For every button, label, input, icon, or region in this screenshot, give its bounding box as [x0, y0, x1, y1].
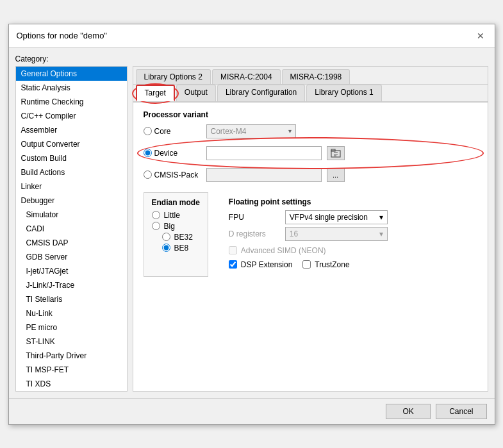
dsp-checkbox[interactable]: [229, 260, 237, 269]
tab-output[interactable]: Output: [176, 85, 216, 101]
endian-title: Endian mode: [152, 198, 200, 207]
sidebar-item-general-options[interactable]: General Options: [16, 67, 127, 81]
sidebar-item-i-jet[interactable]: I-jet/JTAGjet: [16, 264, 127, 278]
cmsis-radio[interactable]: [144, 170, 152, 179]
core-select[interactable]: Cortex-M4 ▾: [206, 124, 296, 138]
dialog-title: Options for node "demo": [17, 31, 107, 40]
processor-title: Processor variant: [144, 110, 477, 119]
tabs-row2: Target Output Library Configuration Libr…: [133, 85, 488, 103]
core-value: Cortex-M4: [211, 127, 247, 136]
sidebar-item-output-converter[interactable]: Output Converter: [16, 137, 127, 151]
d-registers-value: 16: [290, 229, 298, 238]
endian-little-row: Little: [152, 211, 200, 220]
content-area: General OptionsStatic AnalysisRuntime Ch…: [15, 66, 488, 392]
sidebar-item-cpp-compiler[interactable]: C/C++ Compiler: [16, 109, 127, 123]
cmsis-row: CMSIS-Pack None ...: [144, 168, 477, 182]
sidebar-item-gdb-server[interactable]: GDB Server: [16, 250, 127, 264]
sidebar-item-nu-link[interactable]: Nu-Link: [16, 306, 127, 320]
sidebar-item-st-link[interactable]: ST-LINK: [16, 335, 127, 349]
trustzone-checkbox[interactable]: [302, 260, 311, 269]
sidebar-item-static-analysis[interactable]: Static Analysis: [16, 81, 127, 95]
tab-misra-2004[interactable]: MISRA-C:2004: [212, 69, 281, 84]
device-browse-button[interactable]: [327, 146, 345, 160]
fpu-row: FPU VFPv4 single precision ▾: [229, 210, 470, 224]
sidebar-item-linker[interactable]: Linker: [16, 179, 127, 194]
ok-button[interactable]: OK: [386, 404, 431, 419]
d-registers-label: D registers: [229, 229, 280, 238]
sidebar: General OptionsStatic AnalysisRuntime Ch…: [15, 66, 128, 392]
device-row: Device ST STM32F407VG: [144, 142, 477, 164]
device-input[interactable]: ST STM32F407VG: [206, 146, 322, 160]
endian-be32-radio[interactable]: [162, 233, 170, 241]
endian-be8-row: BE8: [152, 244, 200, 253]
d-registers-row: D registers 16 ▾: [229, 227, 470, 241]
d-registers-arrow: ▾: [379, 229, 383, 238]
options-dialog: Options for node "demo" ✕ Category: Gene…: [8, 24, 495, 425]
core-radio[interactable]: [144, 127, 152, 135]
d-registers-select[interactable]: 16 ▾: [285, 227, 388, 241]
endian-big-row: Big: [152, 222, 200, 231]
sidebar-item-j-link[interactable]: J-Link/J-Trace: [16, 278, 127, 292]
device-radio-label: Device: [144, 149, 201, 158]
core-row: Core Cortex-M4 ▾: [144, 124, 477, 138]
tab-misra-1998[interactable]: MISRA-C:1998: [282, 69, 350, 84]
advanced-simd-checkbox[interactable]: [229, 246, 237, 254]
tab-target[interactable]: Target: [136, 85, 175, 101]
sidebar-item-runtime-checking[interactable]: Runtime Checking: [16, 95, 127, 109]
sidebar-item-assembler[interactable]: Assembler: [16, 123, 127, 137]
tab-lib-config[interactable]: Library Configuration: [217, 85, 305, 101]
trustzone-label: TrustZone: [315, 260, 349, 269]
dsp-trustzone-row: DSP Extension TrustZone: [229, 258, 470, 272]
browse-icon: [331, 149, 341, 158]
fpu-select-arrow: ▾: [379, 213, 383, 222]
panel-content: Processor variant Core Cortex-M4 ▾: [133, 103, 488, 391]
endian-big-radio[interactable]: [152, 222, 160, 230]
sidebar-item-debugger[interactable]: Debugger: [16, 194, 127, 208]
core-label: Core: [154, 127, 171, 136]
endian-be8-radio[interactable]: [162, 244, 170, 252]
endian-be8-label: BE8: [174, 244, 189, 253]
bottom-section: Endian mode Little Big BE3: [144, 192, 477, 277]
sidebar-item-ti-msp-fet[interactable]: TI MSP-FET: [16, 363, 127, 377]
endian-little-radio[interactable]: [152, 211, 160, 219]
category-label: Category:: [15, 54, 488, 63]
endian-big-label: Big: [164, 222, 175, 231]
sidebar-item-third-party[interactable]: Third-Party Driver: [16, 349, 127, 363]
sidebar-item-cmsis-dap[interactable]: CMSIS DAP: [16, 236, 127, 250]
sidebar-item-cadi[interactable]: CADI: [16, 222, 127, 236]
fpu-value: VFPv4 single precision: [290, 213, 368, 222]
sidebar-item-pe-micro[interactable]: PE micro: [16, 320, 127, 335]
sidebar-item-ti-xds[interactable]: TI XDS: [16, 377, 127, 391]
sidebar-item-custom-build[interactable]: Custom Build: [16, 151, 127, 165]
endian-be32-label: BE32: [174, 233, 193, 242]
advanced-simd-label: Advanced SIMD (NEON): [241, 246, 326, 255]
cancel-button[interactable]: Cancel: [436, 404, 486, 419]
cmsis-browse-button[interactable]: ...: [327, 168, 345, 182]
processor-section: Processor variant Core Cortex-M4 ▾: [144, 110, 477, 182]
device-radio[interactable]: [144, 149, 152, 157]
tabs-row1: Library Options 2 MISRA-C:2004 MISRA-C:1…: [133, 67, 488, 85]
core-radio-label: Core: [144, 127, 201, 136]
tab-target-wrap: Target: [136, 85, 175, 101]
trustzone-row: TrustZone: [302, 260, 349, 269]
sidebar-item-ti-stellaris[interactable]: TI Stellaris: [16, 292, 127, 306]
fpu-select[interactable]: VFPv4 single precision ▾: [285, 210, 388, 224]
device-label: Device: [154, 149, 178, 158]
cmsis-radio-label: CMSIS-Pack: [144, 170, 201, 179]
cmsis-input[interactable]: None: [206, 168, 322, 182]
main-panel: Library Options 2 MISRA-C:2004 MISRA-C:1…: [133, 66, 488, 392]
tab-lib-options-1[interactable]: Library Options 1: [306, 85, 381, 101]
tab-lib-options-2[interactable]: Library Options 2: [136, 69, 211, 84]
title-bar: Options for node "demo" ✕: [9, 24, 495, 48]
sidebar-item-simulator[interactable]: Simulator: [16, 208, 127, 222]
fpu-label: FPU: [229, 213, 280, 222]
cmsis-label: CMSIS-Pack: [154, 170, 199, 179]
advanced-simd-row: Advanced SIMD (NEON): [229, 246, 470, 255]
dsp-row: DSP Extension: [229, 260, 293, 269]
dsp-label: DSP Extension: [241, 260, 293, 269]
endian-be32-row: BE32: [152, 233, 200, 242]
endian-box: Endian mode Little Big BE3: [144, 192, 208, 277]
close-button[interactable]: ✕: [474, 29, 487, 42]
core-select-arrow: ▾: [288, 128, 292, 135]
sidebar-item-build-actions[interactable]: Build Actions: [16, 165, 127, 179]
